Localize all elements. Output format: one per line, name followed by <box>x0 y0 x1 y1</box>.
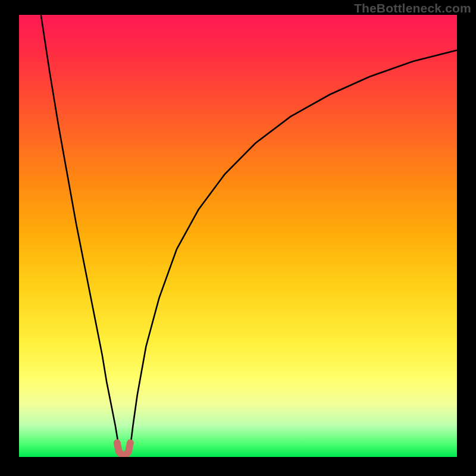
chart-frame: TheBottleneck.com <box>0 0 476 476</box>
attribution-label: TheBottleneck.com <box>354 1 471 15</box>
left-curve <box>41 15 122 455</box>
curves-svg <box>19 15 457 457</box>
trough-marker <box>117 443 130 455</box>
right-curve <box>129 50 457 455</box>
plot-area <box>19 15 457 457</box>
